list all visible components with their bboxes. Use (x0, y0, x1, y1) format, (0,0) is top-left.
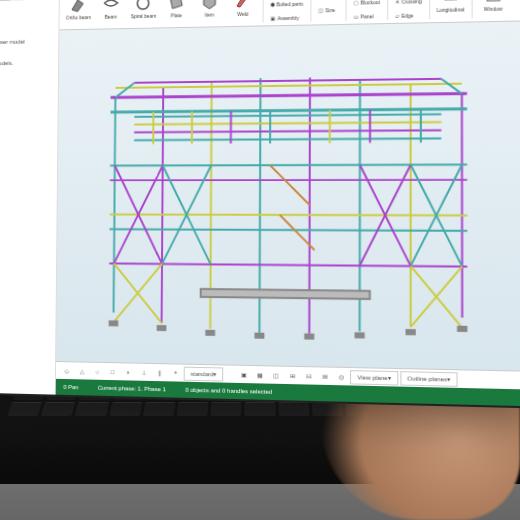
snap-tool-5[interactable]: × (121, 365, 135, 379)
snap-tool-2[interactable]: △ (75, 364, 89, 378)
beam-button[interactable]: Beam (95, 0, 126, 27)
boltedparts-icon: ⬢ (271, 1, 275, 7)
svg-line-44 (135, 79, 442, 83)
svg-rect-34 (109, 320, 119, 326)
outlineplanes-dropdown[interactable]: Outline planes ▾ (400, 371, 458, 387)
svg-line-42 (115, 83, 134, 98)
select-tool-6[interactable]: ⊠ (318, 369, 332, 384)
svg-rect-40 (406, 329, 416, 335)
svg-line-48 (134, 138, 441, 140)
svg-line-43 (441, 79, 462, 94)
standard-dropdown[interactable]: standard ▾ (184, 366, 224, 381)
sidebar-text: ...user model. It is (0, 0, 55, 3)
blockout-icon: ▢ (353, 0, 358, 5)
panel-button[interactable]: ▭Panel (350, 9, 383, 23)
assembly-icon: ▣ (270, 15, 275, 21)
svg-rect-33 (201, 289, 370, 299)
orthobeam-icon (70, 0, 87, 14)
svg-line-45 (134, 114, 441, 117)
edge-icon: ▱ (395, 12, 399, 18)
beam-icon (102, 0, 119, 13)
spiralbeam-button[interactable]: Spiral beam (128, 0, 159, 27)
weld-button[interactable]: Weld (227, 0, 259, 25)
longitudinal-button[interactable]: Longitudinal (434, 0, 467, 21)
selection-status: 0 objects and 0 handles selected (185, 387, 272, 395)
sidebar-text: ...multi-user model (0, 37, 55, 46)
crossing-button[interactable]: ✕Crossing (392, 0, 425, 8)
crossing-icon: ✕ (395, 0, 399, 4)
svg-rect-38 (304, 333, 314, 339)
assembly-button[interactable]: ▣Assembly (267, 11, 306, 25)
snap-tool-7[interactable]: ∥ (152, 365, 166, 379)
window-button[interactable]: Window (476, 0, 510, 20)
svg-rect-39 (355, 332, 365, 338)
snap-tool-1[interactable]: ◇ (60, 364, 74, 378)
svg-line-18 (110, 214, 468, 215)
svg-rect-35 (157, 325, 167, 331)
sidebar-text: ...ved models. (0, 59, 54, 68)
snap-tool-8[interactable]: ⌖ (168, 366, 182, 380)
svg-rect-36 (205, 330, 215, 336)
select-tool-2[interactable]: ▦ (253, 368, 267, 382)
svg-rect-37 (254, 333, 264, 339)
svg-line-47 (134, 130, 441, 132)
select-tool-4[interactable]: ⊞ (285, 368, 299, 383)
svg-line-5 (114, 98, 116, 313)
application-window: ...user model. It is ...ord. ...multi-us… (0, 0, 520, 408)
svg-rect-3 (487, 0, 500, 1)
select-tool-7[interactable]: ◎ (334, 369, 348, 384)
edge-button[interactable]: ▱Edge (392, 8, 425, 22)
blockout-button[interactable]: ▢Blockout (350, 0, 383, 9)
svg-line-6 (162, 87, 164, 323)
size-button[interactable]: ◫Size (315, 3, 341, 17)
window-icon (484, 0, 503, 5)
sidebar-text: ...ord. (0, 15, 55, 25)
boltedparts-button[interactable]: ⬢Bolted parts (268, 0, 307, 10)
item-icon (201, 0, 219, 11)
spiral-icon (135, 0, 152, 12)
item-button[interactable]: Item (194, 0, 226, 25)
longitudinal-icon (441, 0, 460, 6)
select-tool-3[interactable]: ◫ (269, 368, 283, 383)
snap-tool-3[interactable]: ○ (90, 364, 104, 378)
snap-tool-6[interactable]: ⊥ (137, 365, 151, 379)
orthobeam-button[interactable]: Ortho beam (63, 0, 94, 28)
select-tool-1[interactable]: ▣ (237, 367, 251, 381)
plate-icon (168, 0, 186, 12)
main-application: Ortho beam Beam Spiral beam Plate Item (56, 0, 520, 406)
viewplane-dropdown[interactable]: View plane ▾ (350, 370, 398, 385)
phase-status: Current phase: 1. Phase 1 (98, 385, 166, 393)
weld-icon (234, 0, 252, 10)
help-sidebar: ...user model. It is ...ord. ...multi-us… (0, 0, 60, 395)
svg-rect-41 (457, 326, 467, 332)
panel-icon: ▭ (353, 13, 358, 19)
pan-status: 0 Pan (63, 384, 78, 390)
svg-line-46 (134, 122, 441, 124)
size-icon: ◫ (318, 7, 323, 13)
3d-viewport[interactable] (56, 21, 520, 370)
select-tool-5[interactable]: ⊟ (302, 369, 316, 384)
plate-button[interactable]: Plate (161, 0, 192, 26)
snap-tool-4[interactable]: □ (106, 365, 120, 379)
